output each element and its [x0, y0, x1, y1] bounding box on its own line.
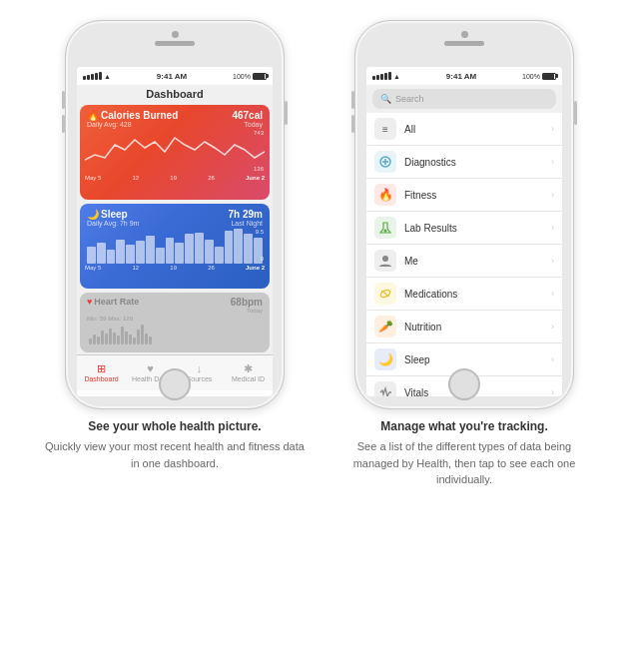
- h-dot-10: [125, 332, 128, 344]
- sleep-bar-10: [175, 243, 184, 264]
- menu-item-all[interactable]: ≡ All ›: [366, 113, 562, 146]
- sleep-card[interactable]: 🌙 Sleep Daily Avg: 7h 9m 7h 29m Last Nig…: [80, 204, 270, 289]
- sleep-bars: [85, 229, 265, 264]
- calories-value: 467cal: [232, 110, 263, 121]
- wifi-icon: ▲: [104, 73, 111, 80]
- chevron-me: ›: [551, 256, 554, 266]
- chevron-lab: ›: [551, 223, 554, 233]
- search-icon: 🔍: [380, 94, 391, 104]
- right-desc-text: See a list of the different types of dat…: [334, 438, 594, 488]
- h-dot-11: [129, 335, 132, 344]
- speaker-slot: [155, 41, 195, 46]
- menu-list: ≡ All ›: [366, 113, 562, 396]
- chevron-sleep: ›: [551, 354, 554, 364]
- home-button-right[interactable]: [448, 368, 480, 400]
- menu-label-me: Me: [404, 256, 551, 267]
- power-btn-right: [574, 101, 577, 125]
- vitals-svg: [378, 385, 392, 396]
- left-phone-container: ▲ 9:41 AM 100% Dashboard: [45, 20, 305, 471]
- sleep-dates: May 5 12 19 26 June 2: [80, 264, 270, 272]
- signal-dot-4: [95, 73, 98, 80]
- search-bar[interactable]: 🔍 Search: [372, 89, 556, 109]
- heart-title: Heart Rate: [94, 297, 139, 307]
- status-time-right: 9:41 AM: [446, 72, 476, 81]
- phones-row: ▲ 9:41 AM 100% Dashboard: [45, 20, 594, 488]
- cal-date-3: 19: [170, 175, 177, 181]
- chevron-fitness: ›: [551, 190, 554, 200]
- heart-header: ♥ Heart Rate Min: 59 Max: 126 68bpm Toda…: [87, 297, 263, 325]
- heart-value: 68bpm: [231, 297, 263, 308]
- menu-label-lab: Lab Results: [404, 223, 551, 234]
- search-placeholder: Search: [395, 94, 424, 104]
- heart-inner: ♥ Heart Rate Min: 59 Max: 126 68bpm Toda…: [80, 293, 270, 348]
- side-btn-vol-down-right: [351, 115, 354, 133]
- home-button-left[interactable]: [159, 368, 191, 400]
- side-btn-power: [285, 101, 288, 125]
- fitness-icon: 🔥: [374, 184, 396, 206]
- tab-medical-left[interactable]: ✱ Medical ID: [224, 363, 273, 382]
- calories-chart: [85, 130, 265, 170]
- wifi-icon-right: ▲: [393, 73, 400, 80]
- sleep-title-group: 🌙 Sleep Daily Avg: 7h 9m: [87, 209, 139, 227]
- heart-card[interactable]: ♥ Heart Rate Min: 59 Max: 126 68bpm Toda…: [80, 293, 270, 352]
- h-dot-6: [109, 329, 112, 344]
- menu-item-medications[interactable]: Medications ›: [366, 278, 562, 311]
- heart-date: Today: [231, 308, 263, 314]
- calories-chart-area: 743 136: [80, 130, 270, 174]
- battery-icon-left: [253, 73, 267, 80]
- menu-label-nutrition: Nutrition: [404, 322, 551, 333]
- heart-subtitle: Min: 59 Max: 126: [87, 316, 133, 322]
- menu-item-diagnostics[interactable]: Diagnostics ›: [366, 146, 562, 179]
- s-dot-1: [372, 76, 375, 80]
- heart-icon: ♥: [87, 297, 92, 307]
- medical-tab-icon-left: ✱: [244, 363, 253, 374]
- cal-date-5: June 2: [246, 175, 265, 181]
- sleep-bar-5: [126, 245, 135, 264]
- sleep-value: 7h 29m: [229, 209, 263, 220]
- sleep-date-2: 12: [132, 265, 139, 271]
- h-dot-8: [117, 336, 120, 344]
- left-phone: ▲ 9:41 AM 100% Dashboard: [65, 20, 285, 409]
- sleep-bar-2: [97, 243, 106, 264]
- menu-label-medications: Medications: [404, 289, 551, 300]
- menu-label-fitness: Fitness: [404, 190, 551, 201]
- tab-label-dashboard-left: Dashboard: [84, 375, 118, 382]
- dashboard-screen: ▲ 9:41 AM 100% Dashboard: [77, 67, 273, 390]
- svg-point-4: [382, 256, 388, 262]
- side-buttons-right: [351, 91, 354, 133]
- left-description: See your whole health picture. Quickly v…: [45, 419, 305, 471]
- phone-top-left: [66, 31, 284, 46]
- sleep-bar-7: [146, 236, 155, 264]
- signal-dot-5: [99, 72, 102, 80]
- camera-dot-right: [461, 31, 468, 38]
- sleep-date: Last Night: [229, 220, 263, 227]
- menu-item-me[interactable]: Me ›: [366, 245, 562, 278]
- svg-line-6: [382, 291, 389, 297]
- cal-date-2: 12: [132, 175, 139, 181]
- status-time-left: 9:41 AM: [157, 72, 187, 81]
- menu-item-nutrition[interactable]: 🥕 Nutrition ›: [366, 311, 562, 343]
- h-dot-15: [145, 334, 148, 344]
- menu-item-lab[interactable]: Lab Results ›: [366, 212, 562, 245]
- calories-card[interactable]: 🔥 Calories Burned Daily Avg: 428 467cal …: [80, 105, 270, 200]
- sleep-date-1: May 5: [85, 265, 101, 271]
- calories-high: 743: [254, 130, 264, 136]
- chevron-nutrition: ›: [551, 322, 554, 332]
- left-desc-title: See your whole health picture.: [45, 419, 305, 433]
- s-dot-3: [380, 74, 383, 80]
- sleep-bar-8: [156, 248, 165, 264]
- calories-date: Today: [232, 121, 263, 128]
- side-btn-power-right: [574, 101, 577, 125]
- sleep-bar-14: [215, 247, 224, 265]
- dashboard-title: Dashboard: [77, 85, 273, 103]
- menu-item-fitness[interactable]: 🔥 Fitness ›: [366, 179, 562, 212]
- calories-subtitle: Daily Avg: 428: [87, 121, 178, 128]
- h-dot-7: [113, 333, 116, 344]
- tab-dashboard-left[interactable]: ⊞ Dashboard: [77, 363, 126, 382]
- h-dot-3: [97, 336, 100, 344]
- status-left: ▲: [83, 72, 111, 80]
- speaker-slot-right: [444, 41, 484, 46]
- battery-icon-right: [542, 73, 556, 80]
- heart-value-group: 68bpm Today: [231, 297, 263, 314]
- all-icon: ≡: [374, 118, 396, 140]
